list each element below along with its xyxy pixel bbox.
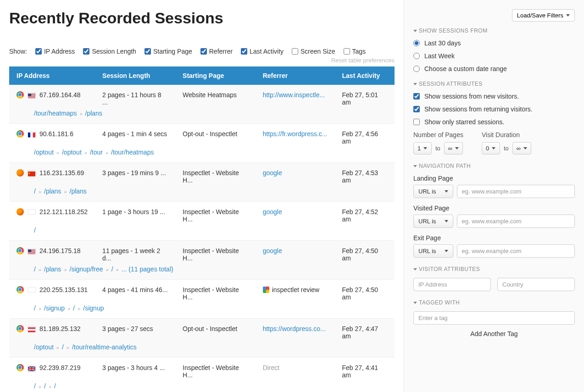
path-link[interactable]: / [34,382,36,390]
add-another-tag[interactable]: Add Another Tag [413,330,575,337]
checkbox[interactable] [413,93,420,99]
path-link[interactable]: /optout [34,149,54,156]
path-link[interactable]: /signup [44,304,65,312]
column-toggle[interactable]: Tags [344,48,366,55]
path-link[interactable]: /signup/free [70,265,103,273]
path-link[interactable]: /tour/realtime-analytics [72,343,137,351]
attribute-checkbox[interactable]: Show sessions from returning visitors. [413,105,575,113]
reset-preferences[interactable]: Reset table preferences [9,57,395,64]
section-header-attrs[interactable]: SESSION ATTRIBUTES [413,81,575,87]
path-link[interactable]: / [34,304,36,312]
url-input[interactable] [457,185,575,198]
referrer[interactable]: http://www.inspectle... [256,85,335,108]
load-save-filters-button[interactable]: Load/Save Filters [512,9,575,22]
path-link[interactable]: /tour/heatmaps [34,110,77,117]
radio[interactable] [413,53,420,59]
url-operator-select[interactable]: URL is [413,215,453,228]
path-link[interactable]: /signup [83,304,104,312]
path-link[interactable]: /plans [70,188,87,195]
path-link[interactable]: /optout [34,343,54,351]
column-header[interactable]: IP Address [9,66,95,85]
checkbox[interactable] [83,48,89,55]
url-input[interactable] [457,244,575,258]
column-toggle[interactable]: Starting Page [145,48,192,55]
pages-to-select[interactable]: ∞ [444,142,463,155]
chevron-right-icon: » [56,150,59,155]
svg-rect-23 [28,331,35,332]
radio[interactable] [413,66,420,72]
column-header[interactable]: Starting Page [175,66,256,85]
url-operator-select[interactable]: URL is [413,185,453,198]
path-link[interactable]: / [34,265,36,273]
session-row[interactable]: 81.189.25.1323 pages - 27 secsOpt-out - … [9,319,395,342]
path-link[interactable]: /tour/heatmaps [111,149,154,156]
column-toggle[interactable]: IP Address [35,48,75,55]
radio[interactable] [413,40,420,46]
path-link[interactable]: /plans [85,110,102,117]
session-row[interactable]: 90.61.181.64 pages - 1 min 4 secsOpt-out… [9,124,395,147]
checkbox[interactable] [413,106,420,112]
column-toggle[interactable]: Screen Size [292,48,335,55]
session-row[interactable]: 24.196.175.1811 pages - 1 week 2 d...Ins… [9,241,395,264]
ip-address-input[interactable] [413,278,491,291]
checkbox[interactable] [413,119,420,125]
section-header-tagged[interactable]: TAGGED WITH [413,299,575,306]
svg-rect-8 [28,133,30,138]
session-row[interactable]: 220.255.135.1314 pages - 41 mins 46...In… [9,280,395,303]
date-range-option[interactable]: Last 30 days [413,39,575,47]
attribute-checkbox[interactable]: Show only starred sessions. [413,118,575,126]
referrer[interactable]: https://fr.wordpress.c... [256,124,335,147]
attribute-checkbox[interactable]: Show sessions from new visitors. [413,93,575,100]
path-link[interactable]: /optout [62,149,82,156]
column-header[interactable]: Session Length [95,66,175,85]
checkbox[interactable] [35,48,42,55]
referrer[interactable]: google [256,241,335,264]
session-row[interactable]: 67.169.164.482 pages - 11 hours 8 ...Web… [9,85,395,108]
column-toggle[interactable]: Session Length [83,48,136,55]
path-link[interactable]: / [111,265,113,273]
duration-from-select[interactable]: 0 [482,142,500,155]
path-link[interactable]: / [44,382,46,390]
session-row[interactable]: 212.121.118.2521 page - 3 hours 19 ...In… [9,202,395,225]
path-link[interactable]: / [73,304,75,312]
tag-input[interactable] [413,311,575,325]
column-toggle[interactable]: Last Activity [241,48,284,55]
path-link[interactable]: /tour [90,149,103,156]
path-link[interactable]: /plans [44,265,61,273]
duration-to-select[interactable]: ∞ [512,142,531,155]
checkbox[interactable] [241,48,247,55]
referrer[interactable]: google [256,163,335,186]
checkbox[interactable] [145,48,151,55]
path-link[interactable]: / [34,226,36,234]
nav-field-label: Visited Page [413,204,575,212]
checkbox[interactable] [200,48,207,55]
column-header[interactable]: Referrer [256,66,335,85]
checkbox[interactable] [344,48,350,55]
chevron-right-icon: » [64,267,67,272]
pages-from-select[interactable]: 1 [413,142,432,155]
path-link[interactable]: / [34,188,36,195]
url-operator-select[interactable]: URL is [413,244,453,258]
section-header-visitor[interactable]: VISITOR ATTRIBUTES [413,266,575,272]
path-link[interactable]: / [62,343,64,351]
path-link[interactable]: /plans [44,188,61,195]
path-link[interactable]: ... (11 pages total) [122,265,173,273]
column-toggle[interactable]: Referrer [200,48,233,55]
referrer[interactable]: https://wordpress.co... [256,319,335,342]
section-header-nav[interactable]: NAVIGATION PATH [413,163,575,169]
country-input[interactable] [497,278,575,291]
section-header-from[interactable]: SHOW SESSIONS FROM [413,28,575,34]
session-row[interactable]: 92.239.87.2193 pages - 3 hours 4 ...Insp… [9,358,395,381]
caret-down-icon [455,147,459,149]
session-row[interactable]: 116.231.135.693 pages - 19 mins 9 ...Ins… [9,163,395,186]
referrer[interactable]: inspectlet review [256,280,335,303]
column-header[interactable]: Last Activity [335,66,395,85]
checkbox[interactable] [292,48,298,55]
chrome-icon [17,91,24,99]
referrer[interactable]: google [256,202,335,225]
date-range-option[interactable]: Last Week [413,52,575,60]
path-link[interactable]: / [54,382,56,390]
to-text: to [504,145,509,152]
date-range-option[interactable]: Choose a custom date range [413,65,575,72]
url-input[interactable] [457,215,575,228]
